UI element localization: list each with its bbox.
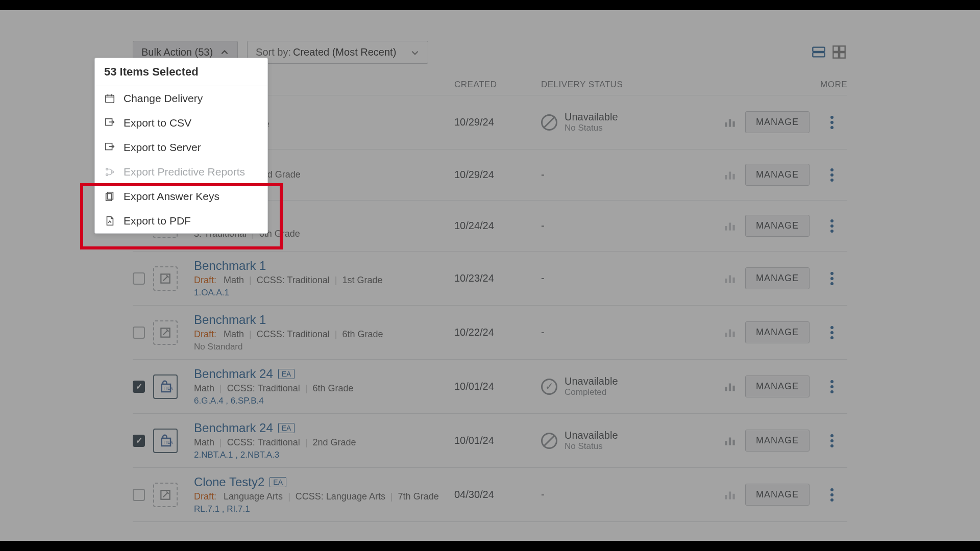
menu-export-predictive: Export Predictive Reports [95, 160, 267, 184]
pdf-icon [104, 215, 115, 227]
menu-export-pdf[interactable]: Export to PDF [95, 209, 267, 233]
svg-point-45 [106, 174, 108, 176]
menu-label: Export Answer Keys [124, 190, 219, 203]
menu-export-answer-keys[interactable]: Export Answer Keys [95, 184, 267, 209]
menu-label: Change Delivery [124, 92, 203, 105]
branch-icon [104, 166, 115, 178]
menu-export-server[interactable]: Export to Server [95, 135, 267, 160]
svg-point-44 [106, 168, 108, 170]
calendar-icon [104, 93, 115, 104]
menu-label: Export to Server [124, 141, 201, 154]
selection-count: 53 Items Selected [95, 58, 267, 86]
menu-label: Export Predictive Reports [124, 166, 245, 178]
svg-rect-41 [106, 95, 114, 103]
menu-change-delivery[interactable]: Change Delivery [95, 86, 267, 111]
menu-label: Export to CSV [124, 117, 191, 129]
export-icon [104, 142, 115, 153]
menu-export-csv[interactable]: Export to CSV [95, 111, 267, 135]
menu-label: Export to PDF [124, 215, 191, 227]
documents-icon [104, 191, 115, 202]
export-icon [104, 117, 115, 129]
bulk-action-menu: 53 Items Selected Change Delivery Export… [94, 58, 268, 234]
